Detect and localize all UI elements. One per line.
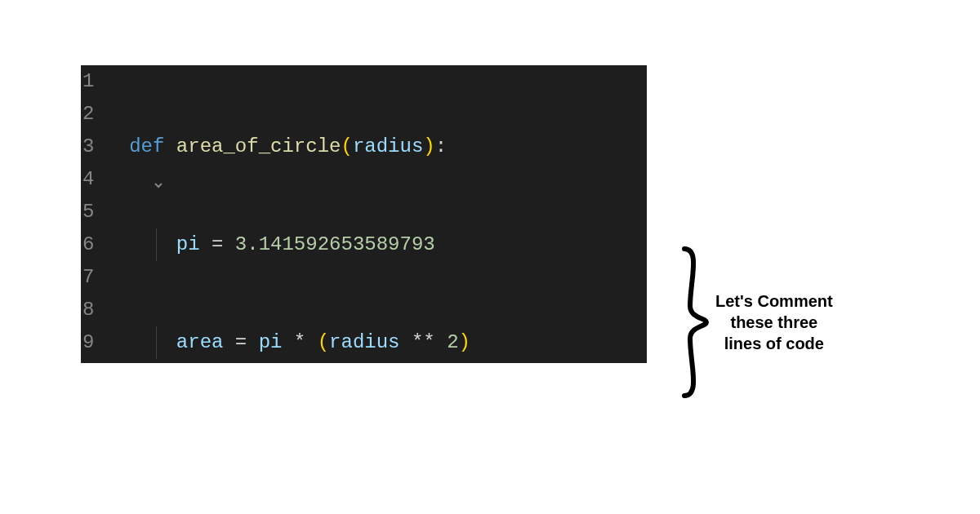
line-number: 3 (82, 131, 94, 163)
colon: : (435, 131, 447, 163)
var-area: area (176, 326, 224, 359)
annotation: Let's Comment these three lines of code (678, 245, 833, 400)
paren-close: ) (459, 326, 470, 359)
line-number: 5 (82, 196, 94, 228)
line-number-gutter: 1 2 3 4 5 6 7 8 9 (81, 65, 99, 363)
annotation-text: Let's Comment these three lines of code (715, 290, 833, 354)
line-number: 8 (82, 294, 94, 326)
num-2: 2 (447, 326, 458, 359)
op-pow: ** (400, 326, 448, 359)
code-line: def area_of_circle(radius): (105, 131, 640, 163)
assign: = (223, 326, 258, 359)
line-number: 1 (82, 65, 94, 98)
code-area[interactable]: def area_of_circle(radius): pi = 3.14159… (99, 65, 647, 363)
chevron-down-icon[interactable] (97, 139, 163, 237)
line-number: 4 (82, 163, 94, 196)
var-pi: pi (176, 228, 200, 261)
curly-brace-icon (678, 245, 710, 400)
function-name: area_of_circle (176, 131, 341, 163)
line-number: 7 (82, 261, 94, 294)
code-line: area = pi * (radius ** 2) (105, 326, 640, 359)
line-number: 2 (82, 98, 94, 131)
var-pi-ref: pi (259, 326, 283, 359)
line-number: 9 (82, 326, 94, 359)
op-mul: * (282, 326, 317, 359)
param-radius: radius (353, 131, 423, 163)
paren-close: ) (423, 131, 434, 163)
num-pi: 3.141592653589793 (235, 228, 435, 261)
code-line: pi = 3.141592653589793 (105, 228, 640, 261)
var-radius: radius (329, 326, 399, 359)
paren-open: ( (318, 326, 329, 359)
paren-open: ( (341, 131, 352, 163)
code-editor: 1 2 3 4 5 6 7 8 9 def area_of_circle(rad… (81, 65, 647, 363)
line-number: 6 (82, 228, 94, 261)
assign: = (200, 228, 235, 261)
